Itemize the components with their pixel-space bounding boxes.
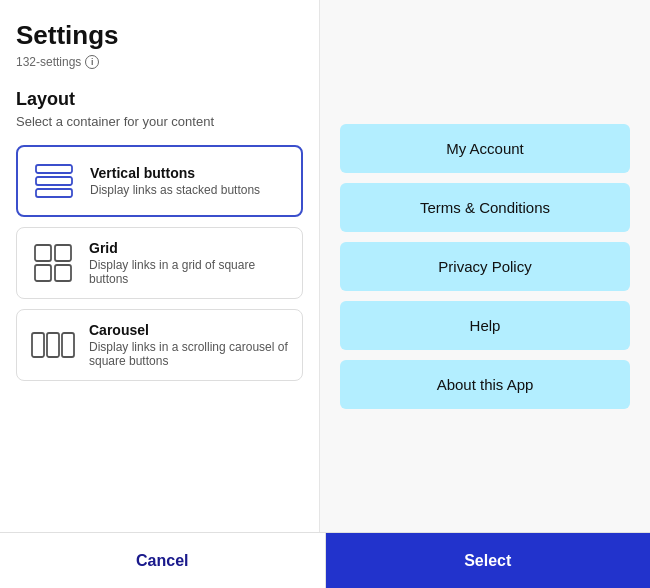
left-panel: Settings 132-settings i Layout Select a … (0, 0, 320, 532)
carousel-icon (31, 323, 75, 367)
layout-option-vertical[interactable]: Vertical buttons Display links as stacke… (16, 145, 303, 217)
section-subtitle: Select a container for your content (16, 114, 303, 129)
svg-rect-8 (47, 333, 59, 357)
preview-button-my-account[interactable]: My Account (340, 124, 630, 173)
carousel-option-desc: Display links in a scrolling carousel of… (89, 340, 288, 368)
svg-rect-1 (36, 177, 72, 185)
cancel-button[interactable]: Cancel (0, 533, 326, 588)
info-icon[interactable]: i (85, 55, 99, 69)
preview-button-about[interactable]: About this App (340, 360, 630, 409)
layout-option-carousel[interactable]: Carousel Display links in a scrolling ca… (16, 309, 303, 381)
svg-rect-6 (55, 265, 71, 281)
settings-id: 132-settings i (16, 55, 303, 69)
grid-option-text: Grid Display links in a grid of square b… (89, 240, 288, 286)
svg-rect-3 (35, 245, 51, 261)
vertical-option-title: Vertical buttons (90, 165, 260, 181)
footer: Cancel Select (0, 532, 650, 588)
layout-option-grid[interactable]: Grid Display links in a grid of square b… (16, 227, 303, 299)
vertical-buttons-icon (32, 159, 76, 203)
carousel-option-title: Carousel (89, 322, 288, 338)
page-title: Settings (16, 20, 303, 51)
preview-button-terms[interactable]: Terms & Conditions (340, 183, 630, 232)
preview-button-privacy[interactable]: Privacy Policy (340, 242, 630, 291)
svg-rect-0 (36, 165, 72, 173)
svg-rect-7 (32, 333, 44, 357)
section-title: Layout (16, 89, 303, 110)
select-button[interactable]: Select (326, 533, 651, 588)
vertical-option-text: Vertical buttons Display links as stacke… (90, 165, 260, 197)
preview-button-help[interactable]: Help (340, 301, 630, 350)
svg-rect-9 (62, 333, 74, 357)
right-panel: My Account Terms & Conditions Privacy Po… (320, 0, 650, 532)
grid-icon (31, 241, 75, 285)
svg-rect-5 (35, 265, 51, 281)
layout-options: Vertical buttons Display links as stacke… (16, 145, 303, 381)
grid-option-title: Grid (89, 240, 288, 256)
carousel-option-text: Carousel Display links in a scrolling ca… (89, 322, 288, 368)
grid-option-desc: Display links in a grid of square button… (89, 258, 288, 286)
svg-rect-2 (36, 189, 72, 197)
svg-rect-4 (55, 245, 71, 261)
vertical-option-desc: Display links as stacked buttons (90, 183, 260, 197)
